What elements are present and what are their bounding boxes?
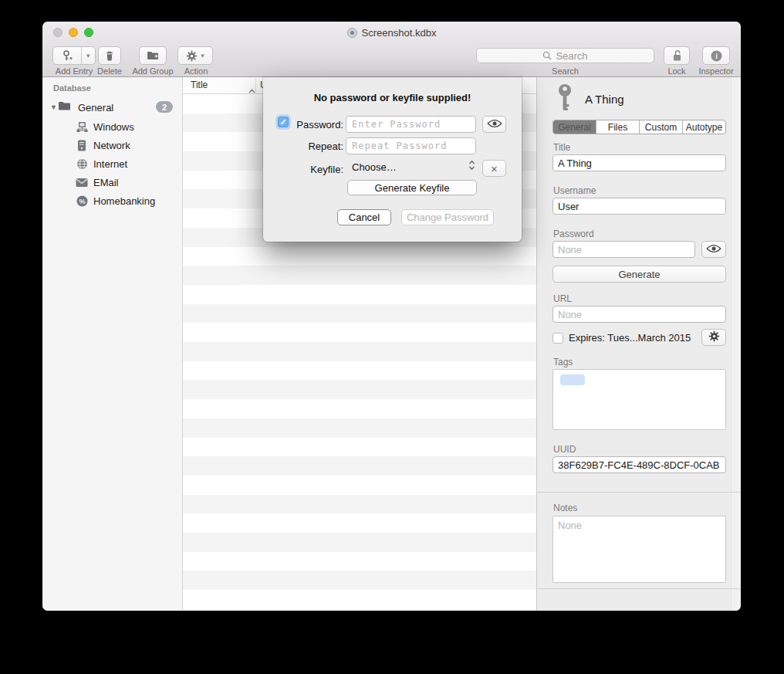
gear-icon [186, 50, 198, 62]
unlock-icon [671, 49, 683, 62]
server-icon [75, 140, 89, 151]
reveal-password-button[interactable] [482, 116, 506, 133]
key-icon [556, 83, 573, 115]
inspector-label: Inspector [692, 66, 740, 76]
column-header-title[interactable]: Title [191, 80, 208, 90]
percent-icon: % [75, 195, 89, 207]
workgroup-icon [75, 121, 89, 133]
generate-password-button[interactable]: Generate [553, 266, 726, 283]
sidebar-group-label: General [78, 102, 113, 113]
sidebar-item-label: Internet [93, 158, 127, 170]
key-plus-icon [53, 50, 81, 62]
stepper-icon[interactable] [468, 160, 475, 171]
password-field-label: Password [553, 229, 594, 239]
sidebar-item-windows[interactable]: Windows [42, 117, 182, 136]
section-divider [537, 492, 741, 493]
folder-plus-icon [147, 50, 159, 61]
sidebar-item-label: Network [93, 140, 130, 151]
chevron-down-icon: ▾ [82, 52, 95, 59]
sidebar-item-label: Windows [93, 121, 134, 133]
toolbar: ▾ Add Entry Delete [42, 43, 741, 77]
lock-button[interactable] [664, 46, 690, 65]
search-icon [542, 51, 552, 60]
title-field-label: Title [553, 142, 570, 153]
eye-icon [487, 119, 502, 130]
sidebar-item-label: EMail [93, 177, 119, 188]
inspector-panel: A Thing General Files Custom Autotype Ti… [536, 77, 741, 611]
tab-custom[interactable]: Custom [640, 120, 683, 134]
tab-files[interactable]: Files [596, 120, 640, 134]
generate-keyfile-button[interactable]: Generate Keyfile [347, 180, 477, 195]
notes-field[interactable] [553, 516, 726, 583]
add-group-label: Add Group [127, 66, 178, 76]
password-checkbox[interactable]: ✓ [278, 117, 289, 127]
reveal-password-button[interactable] [701, 241, 726, 258]
svg-text:%: % [79, 197, 85, 205]
sidebar-item-email[interactable]: EMail [42, 173, 182, 191]
search-input[interactable]: Search [476, 48, 654, 63]
username-field[interactable] [553, 198, 726, 215]
password-label: Password: [291, 119, 343, 130]
inspector-button[interactable]: i [702, 46, 730, 65]
sheet-message: No password or keyfile supplied! [263, 92, 522, 103]
enter-password-field[interactable] [346, 116, 476, 133]
action-button[interactable]: ▾ [177, 46, 213, 65]
change-password-sheet: No password or keyfile supplied! ✓ Passw… [263, 77, 522, 242]
clear-keyfile-button[interactable]: × [482, 160, 506, 177]
username-field-label: Username [553, 185, 596, 196]
url-field-label: URL [553, 293, 572, 304]
title-field[interactable] [553, 154, 726, 171]
action-label: Action [178, 66, 214, 76]
trash-icon [104, 50, 115, 62]
search-placeholder: Search [556, 50, 587, 62]
search-label: Search [476, 66, 654, 76]
sidebar-item-network[interactable]: Network [42, 136, 182, 154]
scrollbar-track[interactable] [731, 77, 740, 611]
tab-autotype[interactable]: Autotype [683, 120, 725, 134]
window-chrome: Screenshot.kdbx ▾ Add Entry [42, 22, 741, 77]
expires-row: Expires: Tues...March 2015 [553, 332, 691, 344]
entry-title: A Thing [585, 93, 624, 106]
titlebar[interactable]: Screenshot.kdbx [42, 22, 741, 43]
inspector-tabs: General Files Custom Autotype [553, 120, 726, 134]
tags-box[interactable] [553, 369, 726, 430]
repeat-label: Repeat: [291, 141, 343, 152]
url-field[interactable] [553, 306, 726, 323]
chevron-down-icon: ▾ [201, 52, 204, 59]
sidebar-item-label: Homebanking [93, 195, 155, 207]
expires-label: Expires: Tues...March 2015 [569, 332, 691, 344]
entry-count-badge: 2 [156, 101, 173, 113]
expires-checkbox[interactable] [553, 333, 563, 344]
cancel-button[interactable]: Cancel [337, 209, 391, 225]
delete-button[interactable] [98, 46, 121, 65]
add-group-button[interactable] [139, 46, 167, 65]
password-field[interactable] [553, 241, 695, 258]
change-password-button[interactable]: Change Password [401, 209, 494, 225]
uuid-field[interactable] [553, 456, 726, 473]
repeat-password-field[interactable] [346, 137, 476, 154]
sidebar-item-homebanking[interactable]: % Homebanking [42, 191, 182, 210]
tags-label: Tags [553, 357, 573, 367]
expires-settings-button[interactable] [701, 329, 726, 346]
notes-label: Notes [553, 503, 577, 513]
delete-label: Delete [93, 66, 126, 76]
keyfile-label: Keyfile: [291, 164, 343, 175]
info-icon: i [711, 50, 722, 62]
tag-pill[interactable] [560, 374, 585, 385]
window-title: Screenshot.kdbx [362, 27, 437, 39]
column-divider[interactable] [255, 79, 256, 93]
close-icon: × [491, 163, 498, 174]
add-entry-button[interactable]: ▾ [52, 46, 96, 65]
checkmark-icon: ✓ [279, 117, 286, 127]
disclosure-triangle-icon[interactable]: ▼ [50, 103, 58, 111]
sidebar-group-general[interactable]: ▼ General 2 [42, 99, 182, 116]
tab-general[interactable]: General [553, 120, 596, 134]
svg-text:i: i [715, 52, 718, 60]
keyfile-popup[interactable]: Choose… [352, 161, 397, 173]
uuid-label: UUID [553, 444, 576, 455]
app-window: Screenshot.kdbx ▾ Add Entry [42, 22, 741, 611]
gear-icon [708, 330, 720, 344]
eye-icon [706, 244, 721, 256]
globe-icon [75, 158, 89, 170]
sidebar-item-internet[interactable]: Internet [42, 154, 182, 173]
